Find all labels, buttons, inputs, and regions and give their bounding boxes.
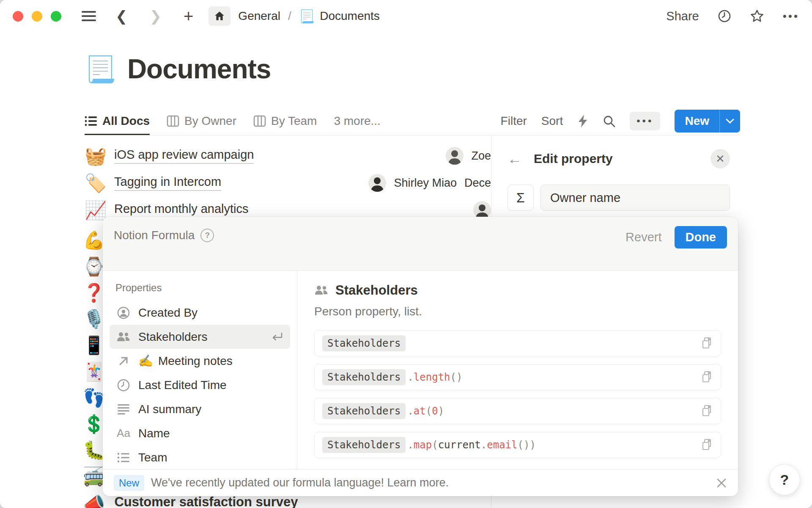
forward-icon[interactable]: ❯ [150, 8, 162, 25]
table-row[interactable]: 🧺 iOS app review campaign Zoe [85, 142, 491, 169]
property-item-last-edited-time[interactable]: Last Edited Time [110, 373, 290, 397]
new-tab-icon[interactable]: + [184, 7, 193, 26]
new-dropdown-chevron-icon[interactable] [719, 110, 740, 133]
row-title[interactable]: Report monthly analytics [114, 202, 249, 218]
search-icon[interactable] [603, 115, 615, 127]
view-options-button[interactable]: ••• [630, 112, 660, 130]
clock-icon [116, 379, 131, 392]
row-emoji: 📱 [83, 334, 105, 360]
copy-icon[interactable] [701, 439, 713, 451]
back-arrow-icon[interactable]: ← [508, 151, 522, 167]
formula-example[interactable]: Stakeholders.at(0) [314, 398, 721, 424]
minimize-window-button[interactable] [32, 11, 42, 22]
tab-label: All Docs [102, 114, 150, 128]
row-emoji: 🐛 [83, 439, 105, 465]
tab-label: 3 more... [334, 114, 380, 128]
code-token: current [438, 439, 481, 451]
code-token: 0 [432, 405, 438, 417]
property-item-created-by[interactable]: Created By [110, 301, 290, 325]
detail-description: Person property, list. [314, 305, 721, 318]
formula-example[interactable]: Stakeholders.length() [314, 364, 721, 390]
revert-button[interactable]: Revert [625, 230, 661, 244]
property-item-team[interactable]: Team [110, 445, 290, 469]
panel-title: Edit property [534, 152, 613, 166]
new-button[interactable]: New [675, 110, 719, 133]
row-emoji: 🎙️ [83, 307, 105, 334]
list-view-icon [85, 116, 97, 127]
row-title[interactable]: Customer satisfaction survey [114, 494, 298, 508]
formula-title: Notion Formula [114, 229, 195, 242]
sort-button[interactable]: Sort [541, 114, 563, 128]
page-emoji[interactable]: 📃 [85, 54, 116, 84]
tab-more-views[interactable]: 3 more... [334, 107, 380, 135]
board-view-icon [167, 115, 179, 127]
property-name-input[interactable] [540, 185, 730, 211]
row-date: Dece [464, 177, 491, 190]
board-view-icon [253, 115, 266, 127]
text-lines-icon [116, 404, 131, 415]
property-label: Team [138, 451, 167, 464]
share-button[interactable]: Share [666, 9, 699, 23]
properties-section-label: Properties [110, 282, 290, 294]
close-icon[interactable]: ✕ [710, 149, 730, 168]
tab-label: By Owner [184, 114, 236, 128]
property-item-name[interactable]: Aa Name [110, 421, 290, 445]
code-token: map [414, 439, 432, 451]
page-title[interactable]: Documents [127, 53, 271, 85]
formula-sigma-icon[interactable]: Σ [508, 185, 534, 211]
formula-example[interactable]: Stakeholders [314, 330, 721, 356]
formula-help-icon[interactable]: ? [200, 229, 214, 242]
favorite-star-icon[interactable] [750, 9, 764, 23]
view-tabs: All Docs By Owner By Team 3 more... [85, 107, 381, 135]
avatar [473, 201, 491, 219]
automations-bolt-icon[interactable] [577, 114, 588, 128]
panel-header: ← Edit property ✕ [508, 149, 730, 168]
zoom-window-button[interactable] [51, 11, 61, 22]
sidebar-menu-icon[interactable] [82, 11, 96, 22]
copy-icon[interactable] [701, 371, 713, 384]
code-token: email [487, 439, 517, 451]
people-icon [314, 284, 329, 296]
formula-code: Stakeholders.length() [322, 369, 462, 385]
back-icon[interactable]: ❮ [115, 8, 128, 25]
banner-text[interactable]: We've recently updated our formula langu… [151, 476, 449, 489]
code-token: . [407, 405, 413, 417]
property-item-stakeholders[interactable]: Stakeholders [110, 325, 290, 349]
toolbar-actions: Filter Sort ••• New [501, 110, 740, 133]
help-button[interactable]: ? [769, 464, 800, 495]
formula-update-banner: New We've recently updated our formula l… [103, 469, 738, 496]
formula-example[interactable]: Stakeholders.map(current.email()) [314, 432, 721, 458]
row-title[interactable]: iOS app review campaign [114, 148, 254, 164]
tab-by-owner[interactable]: By Owner [167, 107, 236, 135]
tab-all-docs[interactable]: All Docs [85, 107, 150, 135]
breadcrumb-page[interactable]: Documents [320, 9, 380, 23]
traffic-lights [13, 11, 61, 22]
filter-button[interactable]: Filter [501, 114, 527, 128]
code-token: . [407, 371, 413, 383]
updates-clock-icon[interactable] [718, 9, 731, 23]
property-item-meeting-notes[interactable]: ✍️ Meeting notes [110, 349, 290, 373]
home-icon[interactable] [208, 6, 230, 26]
property-item-ai-summary[interactable]: AI summary [110, 397, 290, 421]
close-icon[interactable] [716, 478, 727, 489]
tab-by-team[interactable]: By Team [253, 107, 317, 135]
row-emoji: 📈 [85, 200, 105, 221]
row-title[interactable]: Tagging in Intercom [114, 175, 221, 191]
row-meta [473, 201, 491, 219]
bulleted-list-icon [116, 452, 131, 463]
table-row[interactable]: 🏷️ Tagging in Intercom Shirley Miao Dece [85, 169, 491, 196]
close-window-button[interactable] [13, 11, 23, 22]
more-options-icon[interactable]: ••• [783, 10, 799, 23]
copy-icon[interactable] [701, 337, 713, 350]
done-button[interactable]: Done [675, 226, 727, 248]
database-toolbar: All Docs By Owner By Team 3 more... Filt… [85, 107, 740, 135]
property-chip: Stakeholders [322, 335, 406, 351]
property-name-row: Σ [508, 185, 730, 211]
formula-popup-body: Properties Created By Stakeholders [103, 271, 738, 469]
breadcrumb-root[interactable]: General [238, 9, 280, 23]
copy-icon[interactable] [701, 405, 713, 417]
title-aa-icon: Aa [116, 427, 131, 440]
breadcrumb-page-emoji: 📃 [299, 9, 315, 24]
breadcrumb-separator: / [288, 9, 291, 23]
person-name: Zoe [471, 149, 491, 163]
